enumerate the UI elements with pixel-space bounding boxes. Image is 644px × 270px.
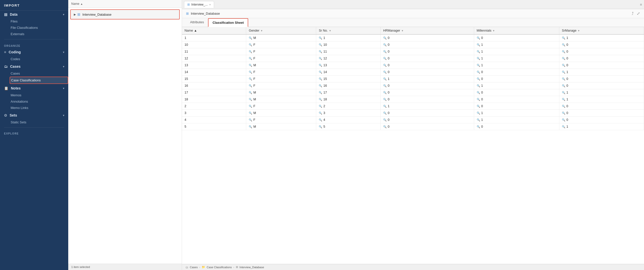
search-icon[interactable]: 🔍 <box>319 64 322 67</box>
search-icon[interactable]: 🔍 <box>319 84 322 87</box>
search-icon[interactable]: 🔍 <box>383 64 387 67</box>
search-icon[interactable]: 🔍 <box>562 125 565 128</box>
search-icon[interactable]: 🔍 <box>319 36 322 40</box>
search-icon[interactable]: 🔍 <box>383 77 387 81</box>
data-table-container[interactable]: Name ▲ Gender ▼ Sr No. <box>182 27 644 264</box>
resize-icon[interactable]: ⤢ <box>637 11 640 16</box>
search-icon[interactable]: 🔍 <box>477 118 480 122</box>
search-icon[interactable]: 🔍 <box>319 105 322 108</box>
search-icon[interactable]: 🔍 <box>383 105 387 108</box>
srmanager-filter-icon[interactable]: ▼ <box>578 29 580 32</box>
sidebar-item-memo-links[interactable]: Memo Links <box>11 105 68 111</box>
search-icon[interactable]: 🔍 <box>477 43 480 47</box>
search-icon[interactable]: 🔍 <box>383 50 387 53</box>
search-icon[interactable]: 🔍 <box>477 36 480 40</box>
sort-ascending-icon[interactable]: ▲ <box>80 3 83 5</box>
search-icon[interactable]: 🔍 <box>477 50 480 53</box>
search-icon[interactable]: 🔍 <box>562 111 565 115</box>
sidebar-group-notes-header[interactable]: 📋 Notes ▾ <box>0 84 68 92</box>
search-icon[interactable]: 🔍 <box>319 57 322 60</box>
sidebar-item-externals[interactable]: Externals <box>11 31 68 37</box>
search-icon[interactable]: 🔍 <box>562 84 565 87</box>
col-gender[interactable]: Gender ▼ <box>246 27 316 34</box>
gender-filter-icon[interactable]: ▼ <box>260 29 263 32</box>
search-icon[interactable]: 🔍 <box>249 125 252 128</box>
search-icon[interactable]: 🔍 <box>319 77 322 81</box>
search-icon[interactable]: 🔍 <box>319 118 322 122</box>
search-icon[interactable]: 🔍 <box>383 125 387 128</box>
search-icon[interactable]: 🔍 <box>319 98 322 101</box>
col-name[interactable]: Name ▲ <box>182 27 246 34</box>
interview-database-item[interactable]: ▶ ⊞ Interview_Database <box>70 9 180 19</box>
sidebar-item-cases[interactable]: Cases <box>11 70 68 77</box>
search-icon[interactable]: 🔍 <box>562 91 565 94</box>
menu-icon[interactable]: ≡ <box>640 3 642 7</box>
search-icon[interactable]: 🔍 <box>249 98 252 101</box>
search-icon[interactable]: 🔍 <box>383 71 387 74</box>
search-icon[interactable]: 🔍 <box>319 71 322 74</box>
search-icon[interactable]: 🔍 <box>383 43 387 47</box>
sidebar-group-cases-header[interactable]: 🗂 Cases ▾ <box>0 63 68 70</box>
search-icon[interactable]: 🔍 <box>383 118 387 122</box>
sidebar-item-memos[interactable]: Memos <box>11 92 68 98</box>
search-icon[interactable]: 🔍 <box>562 77 565 81</box>
name-sort-icon[interactable]: ▲ <box>194 29 197 32</box>
search-icon[interactable]: 🔍 <box>249 71 252 74</box>
hrmanager-filter-icon[interactable]: ▼ <box>401 29 404 32</box>
sidebar-item-case-classifications[interactable]: Case Classifications <box>10 77 68 84</box>
search-icon[interactable]: 🔍 <box>383 57 387 60</box>
search-icon[interactable]: 🔍 <box>249 57 252 60</box>
search-icon[interactable]: 🔍 <box>249 111 252 115</box>
search-icon[interactable]: 🔍 <box>249 36 252 40</box>
search-icon[interactable]: 🔍 <box>319 91 322 94</box>
search-icon[interactable]: 🔍 <box>249 118 252 122</box>
search-icon[interactable]: 🔍 <box>383 111 387 115</box>
tab-close-button[interactable]: × <box>209 3 211 6</box>
search-icon[interactable]: 🔍 <box>383 84 387 87</box>
search-icon[interactable]: 🔍 <box>383 36 387 40</box>
sidebar-group-sets-header[interactable]: ⊙ Sets ▾ <box>0 111 68 119</box>
search-icon[interactable]: 🔍 <box>249 91 252 94</box>
search-icon[interactable]: 🔍 <box>319 43 322 47</box>
search-icon[interactable]: 🔍 <box>562 98 565 101</box>
search-icon[interactable]: 🔍 <box>562 50 565 53</box>
search-icon[interactable]: 🔍 <box>477 105 480 108</box>
search-icon[interactable]: 🔍 <box>562 57 565 60</box>
share-icon[interactable]: ⤴ <box>632 11 634 16</box>
tab-attributes[interactable]: Attributes <box>186 18 208 27</box>
search-icon[interactable]: 🔍 <box>249 105 252 108</box>
sidebar-group-data-header[interactable]: ▤ Data ▾ <box>0 11 68 18</box>
expand-icon[interactable]: ▶ <box>74 13 76 16</box>
sidebar-item-annotations[interactable]: Annotations <box>11 98 68 105</box>
search-icon[interactable]: 🔍 <box>319 50 322 53</box>
search-icon[interactable]: 🔍 <box>562 43 565 47</box>
search-icon[interactable]: 🔍 <box>249 43 252 47</box>
sidebar-item-file-classifications[interactable]: File Classifications <box>11 25 68 31</box>
sidebar-item-codes[interactable]: Codes <box>11 56 68 62</box>
tab-classification-sheet[interactable]: Classification Sheet <box>208 18 248 27</box>
search-icon[interactable]: 🔍 <box>477 64 480 67</box>
search-icon[interactable]: 🔍 <box>477 125 480 128</box>
search-icon[interactable]: 🔍 <box>319 111 322 115</box>
sidebar-item-files[interactable]: Files <box>11 18 68 25</box>
col-hrmanager[interactable]: HRManager ▼ <box>380 27 474 34</box>
search-icon[interactable]: 🔍 <box>477 111 480 115</box>
srno-filter-icon[interactable]: ▼ <box>329 29 331 32</box>
sidebar-group-coding-header[interactable]: ≡ Coding ▾ <box>0 48 68 56</box>
search-icon[interactable]: 🔍 <box>477 57 480 60</box>
col-millennials[interactable]: Millennials ▼ <box>474 27 559 34</box>
search-icon[interactable]: 🔍 <box>477 84 480 87</box>
search-icon[interactable]: 🔍 <box>477 98 480 101</box>
search-icon[interactable]: 🔍 <box>562 64 565 67</box>
search-icon[interactable]: 🔍 <box>319 125 322 128</box>
search-icon[interactable]: 🔍 <box>249 50 252 53</box>
millennials-filter-icon[interactable]: ▼ <box>492 29 495 32</box>
search-icon[interactable]: 🔍 <box>477 71 480 74</box>
search-icon[interactable]: 🔍 <box>249 77 252 81</box>
search-icon[interactable]: 🔍 <box>249 84 252 87</box>
sidebar-item-static-sets[interactable]: Static Sets <box>11 119 68 125</box>
search-icon[interactable]: 🔍 <box>562 71 565 74</box>
search-icon[interactable]: 🔍 <box>249 64 252 67</box>
search-icon[interactable]: 🔍 <box>562 118 565 122</box>
interview-database-tab[interactable]: ⊞ Interview_... × <box>184 1 214 8</box>
